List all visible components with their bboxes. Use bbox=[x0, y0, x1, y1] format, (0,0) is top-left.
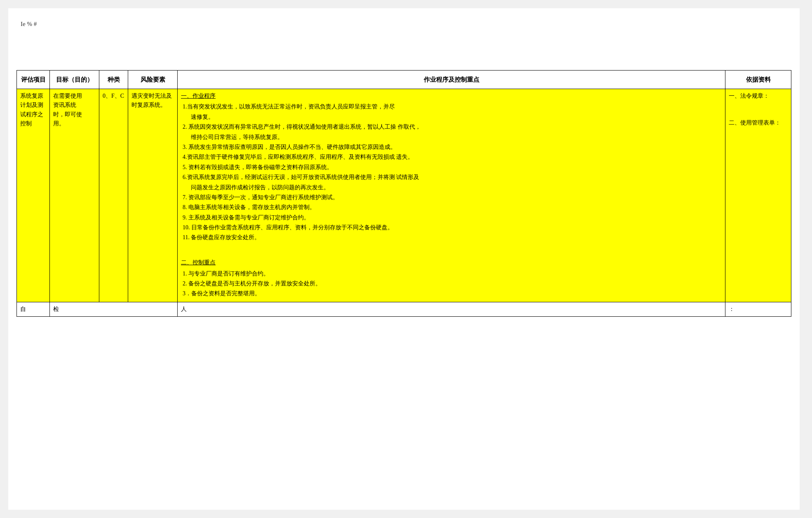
ctrl-item-1: 1. 与专业厂商是否订有维护合约。 bbox=[183, 269, 722, 278]
proc-item-11: 11. 备份硬盘应存放安全处所。 bbox=[183, 233, 722, 242]
pinggu-line4: 控制 bbox=[20, 119, 46, 128]
cell-procedures: 一、作业程序 1.当有突发状况发生，以致系统无法正常运作时，资讯负责人员应即呈报… bbox=[178, 89, 725, 302]
cell-yiju: 一、法令规章： 二、使用管理表单： bbox=[725, 89, 791, 302]
footer-col1: 自 bbox=[17, 302, 50, 316]
footer-col4: ： bbox=[725, 302, 791, 316]
pinggu-line1: 系统复原 bbox=[20, 92, 46, 101]
proc-item-8: 8. 电脑主系统等相关设备，需存放主机房内并管制。 bbox=[183, 203, 722, 212]
yiju-spacer bbox=[729, 109, 788, 118]
proc-item-9: 9. 主系统及相关设备需与专业厂商订定维护合约。 bbox=[183, 213, 722, 222]
cell-mubiao: 在需要使用 资讯系统 时，即可使 用。 bbox=[50, 89, 99, 302]
header-col5: 作业程序及控制重点 bbox=[178, 71, 725, 89]
header-col2: 目标（目的） bbox=[50, 71, 99, 89]
cell-fengxian: 遇灾变时无法及时复原系统。 bbox=[128, 89, 178, 302]
proc-item-7: 7. 资讯部应每季至少一次，通知专业厂商进行系统维护测试。 bbox=[183, 193, 722, 202]
proc-item-2: 2. 系统因突发状况而有异常讯息产生时，得视状况通知使用者退出系统，暂以人工操 … bbox=[183, 122, 722, 132]
mubiao-line3: 时，即可使 bbox=[53, 110, 96, 119]
proc-item-5: 5. 资料若有毁损或遗失，即将备份磁带之资料存回原系统。 bbox=[183, 163, 722, 172]
header-col4: 风险要素 bbox=[128, 71, 178, 89]
main-table: 评估项目 目标（目的） 种类 风险要素 作业程序及控制重点 依据资料 系统复原 … bbox=[16, 70, 791, 317]
proc-item-1b: 速修复。 bbox=[191, 113, 722, 122]
header-col1: 评估项目 bbox=[17, 71, 50, 89]
yiju-line2: 二、使用管理表单： bbox=[729, 118, 788, 127]
pinggu-line2: 计划及测 bbox=[20, 101, 46, 110]
proc-item-6: 6.资讯系统复原完毕后，经测试运行无误，始可开放资讯系统供使用者使用；并将测 试… bbox=[183, 173, 722, 182]
yiju-line1: 一、法令规章： bbox=[729, 92, 788, 101]
section2-spacer bbox=[181, 249, 722, 258]
proc-item-1: 1.当有突发状况发生，以致系统无法正常运作时，资讯负责人员应即呈报主管，并尽 bbox=[183, 102, 722, 111]
proc-item-6b: 问题发生之原因作成检讨报告，以防问题的再次发生。 bbox=[191, 183, 722, 192]
footer-row: 自 检 人 ： bbox=[17, 302, 791, 316]
pinggu-line3: 试程序之 bbox=[20, 110, 46, 119]
ctrl-item-3: 3．备份之资料是否完整堪用。 bbox=[183, 289, 722, 298]
footer-col3: 人 bbox=[178, 302, 725, 316]
header-col6: 依据资料 bbox=[725, 71, 791, 89]
header-col3: 种类 bbox=[99, 71, 128, 89]
mubiao-line4: 用。 bbox=[53, 119, 96, 128]
proc-item-3: 3. 系统发生异常情形应查明原因，是否因人员操作不当、硬件故障或其它原因造成。 bbox=[183, 143, 722, 152]
mubiao-line2: 资讯系统 bbox=[53, 101, 96, 110]
proc-item-2b: 维持公司日常营运，等待系统复原。 bbox=[191, 133, 722, 142]
proc-item-10: 10. 日常备份作业需含系统程序、应用程序、资料，并分别存放于不同之备份硬盘。 bbox=[183, 223, 722, 232]
section2-title: 二、控制重点 bbox=[181, 258, 722, 267]
header-area: Ie % # bbox=[16, 16, 791, 70]
proc-item-4: 4.资讯部主管于硬件修复完毕后，应即检测系统程序、应用程序、及资料有无毁损或 遗… bbox=[183, 153, 722, 162]
cell-zhonglei: 0、F、C bbox=[99, 89, 128, 302]
page-container: Ie % # 评估项目 目标（目的） 种类 风险要素 作业程序及控制重点 依据资… bbox=[8, 8, 800, 510]
table-row: 系统复原 计划及测 试程序之 控制 在需要使用 资讯系统 时，即可使 用。 0、… bbox=[17, 89, 791, 302]
footer-col2: 检 bbox=[50, 302, 178, 316]
mubiao-line1: 在需要使用 bbox=[53, 92, 96, 101]
section1-title: 一、作业程序 bbox=[181, 92, 722, 101]
ctrl-item-2: 2. 备份之硬盘是否与主机分开存放，并置放安全处所。 bbox=[183, 279, 722, 288]
table-header-row: 评估项目 目标（目的） 种类 风险要素 作业程序及控制重点 依据资料 bbox=[17, 71, 791, 89]
top-label: Ie % # bbox=[21, 21, 37, 28]
cell-pinggu: 系统复原 计划及测 试程序之 控制 bbox=[17, 89, 50, 302]
